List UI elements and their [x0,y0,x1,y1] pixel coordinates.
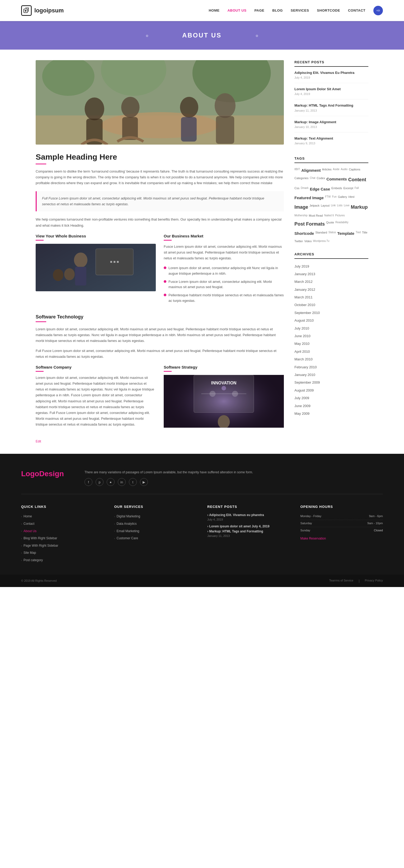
nav-services[interactable]: SERVICES [291,8,309,12]
archive-may-2010[interactable]: May 2010 [294,340,368,347]
nav-shortcode[interactable]: SHORTCODE [317,8,340,12]
nav-blog[interactable]: BLOG [272,8,283,12]
tag-mothership[interactable]: Mothership [294,213,307,219]
footer-post-title[interactable]: › Lorem ipsum dolor sit amet July 4, 201… [207,524,290,529]
tag-edge-case[interactable]: Edge Case [310,185,330,193]
tag-captions[interactable]: Captions [349,167,360,174]
archive-august-2009[interactable]: August 2009 [294,386,368,394]
archive-april-2010[interactable]: April 2010 [294,348,368,355]
archive-september-2010[interactable]: September 2010 [294,309,368,317]
nav-home[interactable]: HOME [209,8,220,12]
recent-post-3-title[interactable]: Markup: HTML Tags And Formatting [294,103,368,108]
tag-excerpt[interactable]: Excerpt [343,185,353,193]
footer-service-digital-marketing[interactable]: › Digital Marketing [114,513,197,520]
footer-link-about-us[interactable]: › About Us [21,528,104,535]
logo[interactable]: logoipsum [21,5,64,16]
tag-title[interactable]: Title [362,230,367,237]
tag-tied[interactable]: Tied [356,230,361,237]
social-facebook[interactable]: f [85,478,92,486]
tag-audio[interactable]: Audio [341,167,348,174]
recent-post-1-title[interactable]: Adipiscing Elit. Vivamus Eu Pharetra [294,70,368,75]
nav-contact[interactable]: CONTACT [348,8,366,12]
footer-link-contact[interactable]: › Contact [21,520,104,528]
archive-june-2009[interactable]: June 2009 [294,402,368,410]
tag-alignment[interactable]: Alignment [301,167,321,174]
tag-codex[interactable]: Codex [317,176,325,184]
social-linkedin[interactable]: in [118,478,126,486]
archive-october-2010[interactable]: October 2010 [294,301,368,309]
tag-template[interactable]: Template [337,230,354,237]
tag-jetpack[interactable]: Jetpack [310,203,319,212]
footer-link-home[interactable]: › Home [21,513,104,520]
footer-link-blog-with-right-sidebar[interactable]: › Blog With Right Sidebar [21,535,104,542]
social-youtube[interactable]: ▶ [140,478,148,486]
social-instagram[interactable]: ● [107,478,115,486]
tag-readability[interactable]: Readability [335,220,348,228]
archive-july-2010[interactable]: July 2010 [294,324,368,332]
tag-standard[interactable]: Standard [315,230,327,237]
tag-status[interactable]: Status [328,230,336,237]
tag-wordpress.tv[interactable]: Wordpress.Tv [313,239,329,244]
tag-layout[interactable]: Layout [321,203,329,212]
archive-january-2010[interactable]: January 2010 [294,371,368,379]
tag-dmark[interactable]: Dmark [301,185,309,193]
footer-link-site-map[interactable]: › Site Map [21,549,104,557]
archive-february-2010[interactable]: February 2010 [294,363,368,371]
edit-link[interactable]: Edit [36,439,41,443]
tag-markup[interactable]: Markup [351,203,368,212]
tag-html[interactable]: Html [349,194,355,202]
archive-may-2009[interactable]: May 2009 [294,410,368,417]
footer-post-title[interactable]: › Adipiscing Elit. Vivamus eu pharetra [207,513,290,517]
tag-featured-image[interactable]: Featured Image [294,194,324,202]
social-pinterest[interactable]: p [95,478,104,486]
tag-gallery[interactable]: Gallery [338,194,347,202]
footer-post-title[interactable]: › Markup: HTML Tags and Formatting [207,529,290,534]
archive-august-2010[interactable]: August 2010 [294,317,368,324]
tag-chat[interactable]: Chat [310,176,315,184]
footer-terms-link[interactable]: Tearrms of Service [329,579,353,583]
nav-about[interactable]: ABOUT US [227,8,247,12]
tag-articles[interactable]: Articles [322,167,331,174]
tag-ftw[interactable]: FTW [325,194,331,202]
tag-twitter[interactable]: Twitter [294,239,303,244]
footer-service-data-analytics[interactable]: › Data Analytics [114,520,197,528]
tag-love[interactable]: Love [344,203,350,212]
archive-march-2012[interactable]: March 2012 [294,278,368,285]
tag-categories[interactable]: Categories [294,176,309,184]
archive-march-2010[interactable]: March 2010 [294,355,368,363]
tag-image[interactable]: Image [294,203,308,212]
tag-content[interactable]: Content [348,176,366,184]
tag-css[interactable]: Css [294,185,299,193]
tag-aside[interactable]: Aside [333,167,340,174]
footer-service-customer-care[interactable]: › Customer Care [114,535,197,542]
tag-comments[interactable]: Comments [326,176,347,184]
social-twitter[interactable]: t [129,478,137,486]
archive-march-2011[interactable]: March 2011 [294,293,368,301]
reservation-link[interactable]: Make Reservation [300,537,326,540]
tag-lists[interactable]: Lists [337,203,343,212]
archive-july-2019[interactable]: July 2019 [294,262,368,270]
recent-post-2-title[interactable]: Lorem Ipsum Dolor Sit Amet [294,87,368,92]
nav-page[interactable]: PAGE [254,8,264,12]
recent-post-5-title[interactable]: Markup: Text Alignment [294,136,368,141]
archive-january-2012[interactable]: January 2012 [294,286,368,293]
footer-service-email-marketing[interactable]: › Email Marketing [114,528,197,535]
tag-8bit[interactable]: 8BIT [294,167,300,174]
tag-pictures[interactable]: Pictures [335,213,345,219]
tag-nailed-it[interactable]: Nailed It [324,213,334,219]
tag-shortcode[interactable]: Shortcode [294,230,314,237]
tag-quote[interactable]: Quote [326,220,334,228]
tag-fall[interactable]: Fall [355,185,359,193]
footer-link-page-with-right-sidebar[interactable]: › Page With Right Sidebar [21,542,104,550]
tag-post-formats[interactable]: Post Formats [294,220,325,228]
archive-june-2010[interactable]: June 2010 [294,332,368,340]
archive-july-2009[interactable]: July 2009 [294,394,368,402]
tag-video[interactable]: Video [304,239,312,244]
archive-september-2009[interactable]: September 2009 [294,379,368,386]
archive-january-2013[interactable]: January 2013 [294,270,368,278]
tag-link[interactable]: Link [331,203,336,212]
tag-fun[interactable]: Fun [332,194,337,202]
tag-embeds[interactable]: Embeds [331,185,342,193]
recent-post-4-title[interactable]: Markup: Image Alignment [294,120,368,125]
footer-link-post-category[interactable]: › Post category [21,557,104,564]
